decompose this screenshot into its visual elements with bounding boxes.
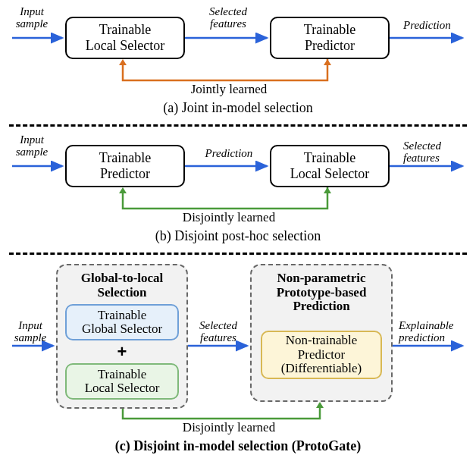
group-prediction: Non-parametric Prototype-based Predictio…	[250, 264, 393, 402]
box-local-selector-c: Trainable Local Selector	[65, 363, 179, 400]
box-predictor-b: Trainable Predictor	[65, 145, 185, 187]
box-global-selector: Trainable Global Selector	[65, 304, 179, 340]
label-input-a: Input sample	[9, 6, 55, 30]
caption-b: (b) Disjoint post-hoc selection	[9, 228, 467, 244]
group-prediction-title: Non-parametric Prototype-based Predictio…	[259, 271, 384, 314]
separator-2	[9, 253, 467, 255]
feedback-a	[123, 59, 327, 80]
label-mid-c: Selected features	[191, 320, 246, 344]
label-mid-b: Prediction	[199, 148, 259, 160]
feedback-label-c: Disjointly learned	[161, 420, 297, 435]
label-out-a: Prediction	[403, 20, 471, 32]
caption-c: (c) Disjoint in-model selection (ProtoGa…	[9, 438, 467, 454]
label-out-b: Selected features	[403, 140, 471, 165]
caption-a: (a) Joint in-model selection	[9, 100, 467, 116]
box-predictor-a: Trainable Predictor	[270, 17, 390, 59]
group-selection: Global-to-local Selection Trainable Glob…	[56, 264, 188, 409]
feedback-label-b: Disjointly learned	[161, 210, 297, 225]
box-local-selector-b: Trainable Local Selector	[270, 145, 390, 187]
label-out-c: Explainable prediction	[399, 320, 470, 344]
label-input-b: Input sample	[9, 134, 55, 158]
label-mid-a: Selected features	[202, 6, 255, 30]
plus-icon: +	[65, 342, 179, 362]
feedback-b	[123, 187, 327, 209]
separator-1	[9, 124, 467, 127]
feedback-label-a: Jointly learned	[161, 82, 297, 97]
box-nontrainable-predictor: Non-trainable Predictor (Differentiable)	[261, 331, 382, 379]
box-local-selector-a: Trainable Local Selector	[65, 17, 185, 59]
group-selection-title: Global-to-local Selection	[65, 271, 179, 300]
label-input-c: Input sample	[9, 320, 52, 344]
